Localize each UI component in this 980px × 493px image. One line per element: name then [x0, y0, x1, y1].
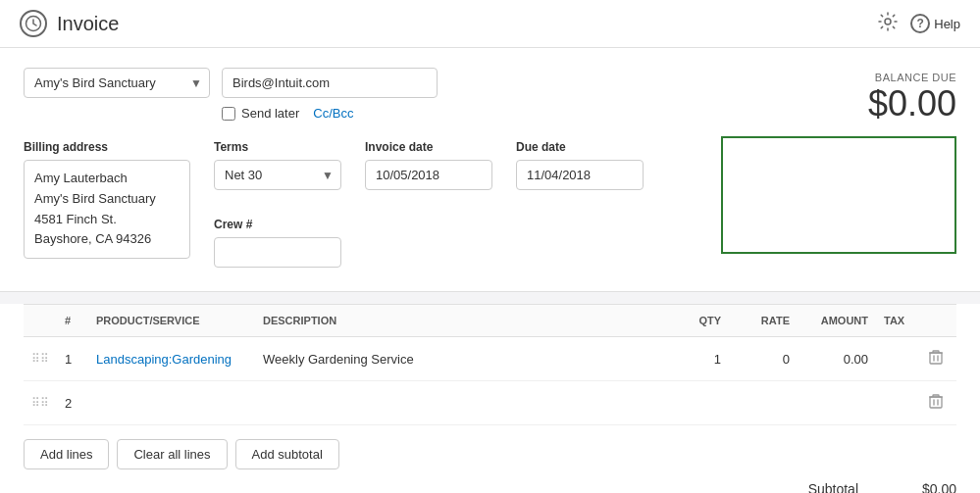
- terms-select[interactable]: Net 30 Net 15 Net 60 Due on receipt: [214, 160, 341, 190]
- delete-row-1-button[interactable]: [923, 347, 949, 370]
- help-label: Help: [934, 17, 960, 31]
- send-later-checkbox[interactable]: [222, 107, 235, 121]
- col-header-qty: QTY: [670, 305, 729, 337]
- settings-button[interactable]: [877, 11, 899, 37]
- col-header-rate: RATE: [729, 305, 798, 337]
- delete-cell-1: [915, 337, 956, 381]
- svg-rect-2: [930, 353, 942, 364]
- rate-cell-2[interactable]: [729, 381, 798, 425]
- balance-due-box: BALANCE DUE $0.00: [868, 72, 956, 124]
- email-field[interactable]: [222, 68, 438, 98]
- subtotal-row: Subtotal $0.00: [808, 481, 956, 493]
- qty-cell-2[interactable]: [670, 381, 729, 425]
- help-button[interactable]: ? Help: [910, 14, 960, 33]
- svg-point-1: [885, 19, 891, 25]
- top-bar: Invoice ? Help: [0, 0, 980, 48]
- col-header-desc: DESCRIPTION: [255, 305, 670, 337]
- add-lines-button[interactable]: Add lines: [24, 439, 109, 469]
- subtotal-label: Subtotal: [808, 481, 858, 493]
- product-cell-1[interactable]: Landscaping:Gardening: [88, 337, 255, 381]
- crew-label: Crew #: [214, 218, 341, 231]
- due-date-input[interactable]: [516, 160, 644, 190]
- svg-rect-3: [930, 397, 942, 408]
- line-items-table: # PRODUCT/SERVICE DESCRIPTION QTY RATE A…: [24, 304, 956, 425]
- row-num-1: 1: [57, 337, 88, 381]
- billing-address-box: Amy Lauterbach Amy's Bird Sanctuary 4581…: [24, 160, 190, 259]
- customer-select[interactable]: Amy's Bird Sanctuary: [24, 68, 210, 98]
- rate-cell-1[interactable]: 0: [729, 337, 798, 381]
- invoice-date-input[interactable]: [365, 160, 492, 190]
- subtotal-value: $0.00: [898, 481, 956, 493]
- tax-cell-1[interactable]: [876, 337, 915, 381]
- add-subtotal-button[interactable]: Add subtotal: [235, 439, 339, 469]
- drag-handle-2[interactable]: ⠿⠿: [24, 381, 57, 425]
- terms-section: Terms Net 30 Net 15 Net 60 Due on receip…: [214, 140, 341, 190]
- table-row: ⠿⠿ 1 Landscaping:Gardening Weekly Garden…: [24, 337, 956, 381]
- delete-row-2-button[interactable]: [923, 391, 949, 415]
- table-area: # PRODUCT/SERVICE DESCRIPTION QTY RATE A…: [0, 304, 980, 493]
- send-later-label: Send later: [241, 106, 299, 121]
- billing-section: Billing address Amy Lauterbach Amy's Bir…: [24, 140, 190, 268]
- table-header-row: # PRODUCT/SERVICE DESCRIPTION QTY RATE A…: [24, 305, 956, 337]
- terms-select-wrapper: Net 30 Net 15 Net 60 Due on receipt ▼: [214, 160, 341, 190]
- send-later-row: Send later Cc/Bcc: [222, 106, 701, 121]
- logo-upload-box[interactable]: [721, 136, 956, 254]
- tax-cell-2[interactable]: [876, 381, 915, 425]
- clear-all-button[interactable]: Clear all lines: [117, 439, 227, 469]
- col-header-product: PRODUCT/SERVICE: [88, 305, 255, 337]
- delete-cell-2: [915, 381, 956, 425]
- col-header-del: [915, 305, 956, 337]
- desc-cell-2[interactable]: [255, 381, 670, 425]
- customer-select-wrapper: Amy's Bird Sanctuary ▼: [24, 68, 210, 98]
- invoice-date-label: Invoice date: [365, 140, 492, 154]
- invoice-date-section: Invoice date: [365, 140, 492, 268]
- billing-line-2: Amy's Bird Sanctuary: [34, 189, 180, 210]
- col-header-tax: TAX: [876, 305, 915, 337]
- amount-cell-2: [798, 381, 876, 425]
- cc-bcc-link[interactable]: Cc/Bcc: [313, 106, 353, 121]
- top-bar-right: ? Help: [877, 11, 960, 37]
- desc-cell-1[interactable]: Weekly Gardening Service: [255, 337, 670, 381]
- due-date-section: Due date: [516, 140, 644, 268]
- col-header-num: #: [57, 305, 88, 337]
- product-cell-2[interactable]: [88, 381, 255, 425]
- help-icon: ?: [910, 14, 930, 33]
- due-date-label: Due date: [516, 140, 644, 154]
- terms-label: Terms: [214, 140, 341, 154]
- action-buttons: Add lines Clear all lines Add subtotal: [24, 439, 956, 469]
- crew-section: Crew #: [214, 218, 341, 268]
- drag-handle-1[interactable]: ⠿⠿: [24, 337, 57, 381]
- page-title: Invoice: [57, 13, 119, 35]
- billing-line-1: Amy Lauterbach: [34, 169, 180, 189]
- billing-row: Billing address Amy Lauterbach Amy's Bir…: [24, 140, 701, 268]
- balance-due-amount: $0.00: [868, 83, 956, 124]
- balance-due-label: BALANCE DUE: [868, 72, 956, 83]
- table-row: ⠿⠿ 2: [24, 381, 956, 425]
- billing-line-3: 4581 Finch St.: [34, 210, 180, 230]
- amount-cell-1: 0.00: [798, 337, 876, 381]
- billing-line-4: Bayshore, CA 94326: [34, 229, 180, 250]
- col-header-drag: [24, 305, 57, 337]
- billing-address-label: Billing address: [24, 140, 190, 154]
- form-area: Amy's Bird Sanctuary ▼ Send later Cc/Bcc…: [0, 48, 980, 292]
- col-header-amount: AMOUNT: [798, 305, 876, 337]
- qty-cell-1[interactable]: 1: [670, 337, 729, 381]
- form-row-customer: Amy's Bird Sanctuary ▼: [24, 68, 701, 98]
- clock-icon: [20, 10, 47, 37]
- row-num-2: 2: [57, 381, 88, 425]
- crew-input[interactable]: [214, 237, 341, 268]
- top-right-group: BALANCE DUE $0.00: [701, 68, 956, 254]
